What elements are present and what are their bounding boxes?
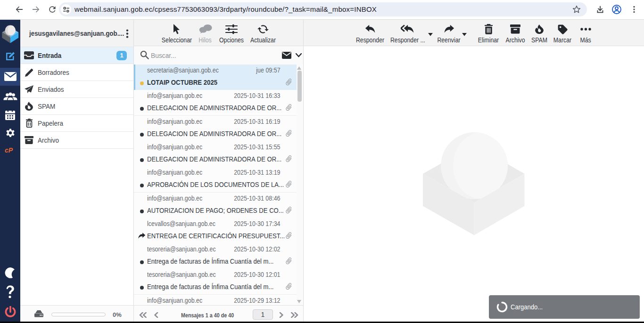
svg-text:cP: cP bbox=[5, 146, 13, 154]
